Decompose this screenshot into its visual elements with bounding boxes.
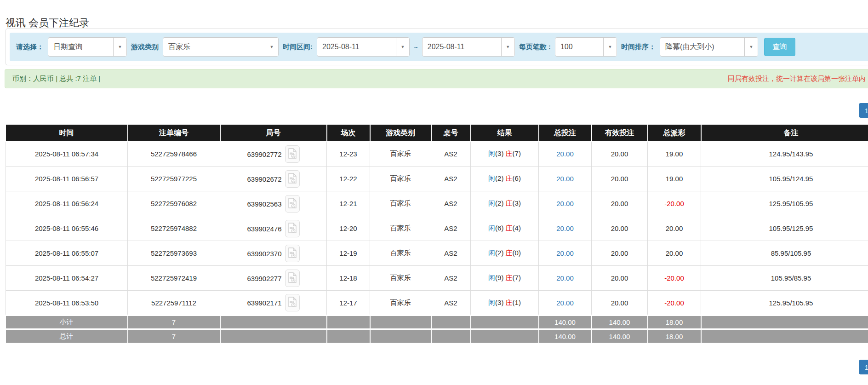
payout-cell: -20.00: [648, 191, 701, 216]
result-cell: 闲(2) 庄(3): [471, 191, 539, 216]
video-replay-icon: [288, 297, 297, 309]
valid-bet-cell: 20.00: [592, 142, 648, 167]
note-cell: 85.95/105.95: [701, 241, 868, 266]
pagination-page-1-top[interactable]: 1: [859, 103, 868, 118]
payout-cell: -20.00: [648, 291, 701, 316]
valid-bet-cell: 20.00: [592, 241, 648, 266]
total-row-session: [327, 329, 370, 343]
player-result-score: (2): [495, 199, 503, 207]
total-bet-cell: 20.00: [539, 167, 592, 191]
bet-id-cell: 522725973693: [128, 241, 220, 266]
payout-cell: 20.00: [648, 241, 701, 266]
search-button[interactable]: 查询: [764, 38, 795, 56]
player-result-score: (2): [495, 249, 503, 257]
video-replay-icon: [288, 272, 297, 284]
session-cell: 12-19: [327, 241, 370, 266]
total-bet-link[interactable]: 20.00: [556, 249, 574, 257]
total-row-count: 7: [128, 329, 220, 343]
subtotal-row: 小计7140.00140.0018.00: [6, 316, 868, 329]
round-id-cell: 639902277: [220, 266, 327, 291]
video-replay-button[interactable]: [285, 170, 300, 188]
game-type-cell: 百家乐: [370, 216, 431, 241]
payout-cell: 19.00: [648, 142, 701, 167]
chevron-down-icon[interactable]: ▼: [744, 38, 758, 56]
subtotal-row-round: [220, 316, 327, 329]
banker-result-score: (4): [513, 224, 521, 232]
total-bet-link[interactable]: 20.00: [556, 175, 574, 183]
session-cell: 12-23: [327, 142, 370, 167]
column-header-2: 局号: [220, 125, 327, 142]
chevron-down-icon[interactable]: ▼: [396, 38, 409, 56]
page-size-value: 100: [555, 38, 603, 56]
subtotal-row-note: [701, 316, 868, 329]
page-size-select[interactable]: 100 ▼: [555, 37, 617, 57]
player-result-label: 闲: [488, 174, 495, 182]
subtotal-row-session: [327, 316, 370, 329]
video-replay-button[interactable]: [285, 294, 300, 311]
video-replay-button[interactable]: [285, 195, 300, 213]
date-to-value: 2025-08-11: [423, 38, 501, 56]
table-body: 2025-08-11 06:57:34522725978466639902772…: [6, 142, 868, 343]
total-bet-link[interactable]: 20.00: [556, 224, 574, 232]
banker-result-score: (0): [513, 249, 521, 257]
note-cell: 125.95/105.95: [701, 291, 868, 316]
valid-bet-cell: 20.00: [592, 191, 648, 216]
game-type-cell: 百家乐: [370, 266, 431, 291]
round-id-cell: 639902476: [220, 216, 327, 241]
round-id-cell: 639902672: [220, 167, 327, 191]
date-to-input[interactable]: 2025-08-11 ▼: [422, 37, 515, 57]
total-bet-cell: 20.00: [539, 142, 592, 167]
total-row-payout: 18.00: [648, 329, 701, 343]
banker-result-label: 庄: [506, 274, 513, 282]
game-type-cell: 百家乐: [370, 291, 431, 316]
player-result-score: (3): [495, 149, 503, 157]
game-type-select[interactable]: 百家乐 ▼: [163, 37, 279, 57]
total-bet-link[interactable]: 20.00: [556, 299, 574, 307]
video-replay-icon: [288, 247, 297, 259]
round-id: 639902277: [247, 274, 281, 282]
total-row-label: 总计: [6, 329, 128, 343]
chevron-down-icon[interactable]: ▼: [603, 38, 617, 56]
chevron-down-icon[interactable]: ▼: [501, 38, 514, 56]
round-id: 639902772: [247, 150, 281, 158]
banker-result-score: (3): [513, 199, 521, 207]
table-row: 2025-08-11 06:55:07522725973693639902370…: [6, 241, 868, 266]
total-bet-link[interactable]: 20.00: [556, 274, 574, 282]
total-bet-link[interactable]: 20.00: [556, 200, 574, 207]
chevron-down-icon[interactable]: ▼: [113, 38, 126, 56]
video-replay-button[interactable]: [285, 145, 300, 163]
banker-result-score: (7): [513, 149, 521, 157]
date-from-input[interactable]: 2025-08-11 ▼: [317, 37, 410, 57]
column-header-6: 结果: [471, 125, 539, 142]
time-sort-select[interactable]: 降冪(由大到小) ▼: [660, 37, 758, 57]
game-type-cell: 百家乐: [370, 142, 431, 167]
total-row-valid-bet: 140.00: [592, 329, 648, 343]
query-type-select[interactable]: 日期查询 ▼: [48, 37, 127, 57]
video-replay-button[interactable]: [285, 245, 300, 262]
video-replay-icon: [288, 173, 297, 185]
note-cell: 105.95/124.95: [701, 167, 868, 191]
total-row-total-bet: 140.00: [539, 329, 592, 343]
bet-id-cell: 522725976082: [128, 191, 220, 216]
pagination-page-1-bottom[interactable]: 1: [859, 360, 868, 374]
game-type-cell: 百家乐: [370, 241, 431, 266]
total-row-result: [471, 329, 539, 343]
video-replay-button[interactable]: [285, 220, 300, 237]
game-type-value: 百家乐: [163, 38, 265, 56]
column-header-5: 桌号: [431, 125, 471, 142]
bet-id-cell: 522725972419: [128, 266, 220, 291]
bet-id-cell: 522725977225: [128, 167, 220, 191]
banker-result-label: 庄: [506, 199, 513, 207]
total-bet-link[interactable]: 20.00: [556, 150, 574, 158]
payout-cell: 19.00: [648, 167, 701, 191]
subtotal-row-game: [370, 316, 431, 329]
column-header-4: 游戏类别: [370, 125, 431, 142]
player-result-score: (3): [495, 299, 503, 306]
game-type-label: 游戏类别: [131, 43, 159, 52]
bet-time-cell: 2025-08-11 06:55:07: [6, 241, 128, 266]
bet-time-cell: 2025-08-11 06:54:27: [6, 266, 128, 291]
video-replay-button[interactable]: [285, 270, 300, 287]
chevron-down-icon[interactable]: ▼: [265, 38, 278, 56]
result-cell: 闲(2) 庄(0): [471, 241, 539, 266]
select-type-label: 请选择：: [16, 43, 44, 52]
